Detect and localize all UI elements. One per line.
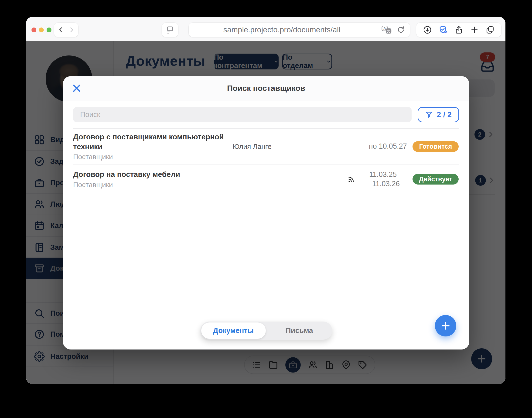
reload-button[interactable] xyxy=(397,26,405,34)
tab-overview-button[interactable] xyxy=(486,25,495,34)
address-bar[interactable]: sample.projecto.pro/documents/all A文 xyxy=(189,23,410,37)
tabs-icon xyxy=(486,25,495,34)
svg-text:文: 文 xyxy=(387,29,390,33)
shield-check-icon: M xyxy=(439,25,448,35)
document-owner: Юлия Ланге xyxy=(232,143,338,151)
document-date: по 10.05.27 xyxy=(365,142,407,151)
close-modal-button[interactable] xyxy=(71,83,82,94)
svg-text:A: A xyxy=(383,27,386,31)
add-document-fab[interactable] xyxy=(435,315,456,337)
modal-header: Поиск поставщиков xyxy=(63,76,469,100)
document-title: Договор на поставку мебели xyxy=(73,170,227,179)
document-category: Поставщики xyxy=(73,181,227,189)
filter-counter: 2 / 2 xyxy=(437,110,452,119)
translate-icon: A文 xyxy=(382,25,392,34)
minimize-window-button[interactable] xyxy=(39,27,44,32)
search-input[interactable] xyxy=(73,107,412,122)
downloads-button[interactable] xyxy=(423,25,432,34)
close-icon xyxy=(71,83,82,93)
zoom-window-button[interactable] xyxy=(46,27,51,32)
divider xyxy=(66,26,66,34)
funnel-icon xyxy=(425,111,433,119)
download-icon xyxy=(423,25,432,34)
signal-icon xyxy=(343,175,359,183)
status-badge: Действует xyxy=(412,174,459,185)
chevron-left-icon xyxy=(57,26,64,33)
forward-button[interactable] xyxy=(67,24,76,36)
reload-icon xyxy=(397,26,405,34)
document-title: Договор с поставщиками компьютерной техн… xyxy=(73,132,227,151)
filter-button[interactable]: 2 / 2 xyxy=(418,107,459,122)
share-button[interactable] xyxy=(454,25,463,34)
document-date-range: 11.03.25 – 11.03.26 xyxy=(365,170,407,189)
share-icon xyxy=(454,25,463,34)
svg-text:M: M xyxy=(444,30,447,34)
chevron-right-icon xyxy=(68,26,75,33)
plus-icon xyxy=(470,25,479,34)
close-window-button[interactable] xyxy=(32,27,36,32)
modal-title: Поиск поставщиков xyxy=(227,84,305,93)
supplier-search-modal: Поиск поставщиков 2 / 2 Договор с постав… xyxy=(63,76,469,349)
plus-icon xyxy=(440,320,451,331)
translate-button[interactable]: A文 xyxy=(382,25,392,34)
sidebar-toggle-button[interactable] xyxy=(162,23,178,37)
status-badge: Готовится xyxy=(412,141,459,152)
back-button[interactable] xyxy=(56,24,65,36)
new-tab-button[interactable] xyxy=(470,25,479,34)
app-content: Вид Зад Про Люд Кал Зам xyxy=(26,41,505,384)
privacy-extension-button[interactable]: M xyxy=(439,25,448,35)
document-category: Поставщики xyxy=(73,153,227,161)
document-row[interactable]: Договор с поставщиками компьютерной техн… xyxy=(73,129,459,164)
toolbar-actions: M xyxy=(416,23,501,37)
nav-buttons xyxy=(54,23,78,37)
tab-documents[interactable]: Документы xyxy=(201,323,266,339)
documents-letters-switch: Документы Письма xyxy=(200,322,332,340)
sidebar-toggle-icon xyxy=(166,26,174,34)
url-text: sample.projecto.pro/documents/all xyxy=(223,25,375,34)
tab-letters[interactable]: Письма xyxy=(267,322,332,340)
document-row[interactable]: Договор на поставку мебели Поставщики 11… xyxy=(73,164,459,194)
browser-toolbar: sample.projecto.pro/documents/all A文 M xyxy=(26,17,505,41)
browser-window: sample.projecto.pro/documents/all A文 M xyxy=(26,17,505,384)
